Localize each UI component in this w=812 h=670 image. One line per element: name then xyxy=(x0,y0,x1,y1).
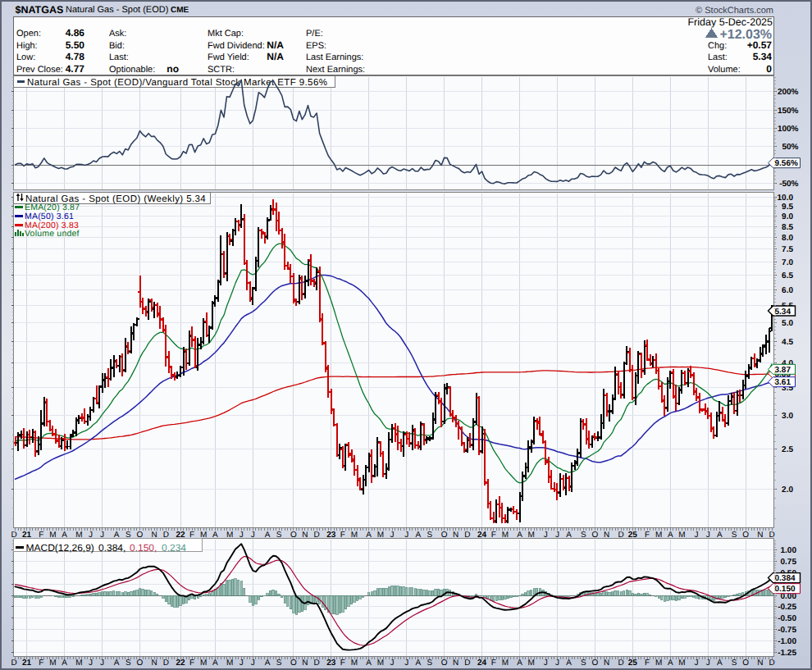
svg-text:J: J xyxy=(555,659,559,668)
svg-text:Bid:: Bid: xyxy=(109,41,125,51)
svg-text:22: 22 xyxy=(176,659,185,668)
svg-text:10.0: 10.0 xyxy=(778,194,794,203)
svg-text:-1.00: -1.00 xyxy=(778,637,796,646)
svg-text:J: J xyxy=(390,659,395,668)
svg-text:4.86: 4.86 xyxy=(66,27,85,39)
svg-text:D: D xyxy=(11,659,16,668)
svg-text:6.5: 6.5 xyxy=(782,271,793,280)
svg-text:J: J xyxy=(555,531,559,540)
svg-text:F: F xyxy=(340,659,345,668)
svg-text:MACD(12,26,9): MACD(12,26,9) xyxy=(26,542,94,554)
svg-text:Fwd Yield:: Fwd Yield: xyxy=(208,52,249,62)
svg-text:A: A xyxy=(265,659,271,668)
svg-text:O: O xyxy=(592,659,599,668)
svg-text:O: O xyxy=(441,659,448,668)
svg-text:-0.75: -0.75 xyxy=(778,626,796,635)
svg-text:N: N xyxy=(302,531,308,540)
svg-text:Next Earnings:: Next Earnings: xyxy=(306,65,365,75)
svg-text:M: M xyxy=(49,531,56,540)
svg-text:© StockCharts.com: © StockCharts.com xyxy=(696,6,773,16)
svg-text:-0.25: -0.25 xyxy=(778,603,796,612)
svg-text:0.150: 0.150 xyxy=(775,585,796,594)
svg-text:A: A xyxy=(366,659,372,668)
svg-text:CME: CME xyxy=(171,6,189,15)
svg-text:23: 23 xyxy=(326,659,336,668)
svg-text:3.0: 3.0 xyxy=(782,412,793,421)
svg-text:6.0: 6.0 xyxy=(782,286,793,295)
svg-text:N/A: N/A xyxy=(267,51,284,62)
svg-text:D: D xyxy=(769,659,774,668)
svg-text:J: J xyxy=(544,659,548,668)
svg-text:3.87: 3.87 xyxy=(775,366,791,375)
svg-text:O: O xyxy=(137,659,144,668)
svg-text:O: O xyxy=(290,659,297,668)
svg-text:High:: High: xyxy=(16,41,38,51)
svg-text:O: O xyxy=(742,659,749,668)
svg-text:22: 22 xyxy=(176,531,185,540)
svg-text:-0.50: -0.50 xyxy=(778,614,796,623)
svg-text:F: F xyxy=(491,659,496,668)
svg-text:23: 23 xyxy=(326,531,336,540)
svg-text:Natural Gas - Spot (EOD): Natural Gas - Spot (EOD) xyxy=(66,5,168,15)
svg-text:J: J xyxy=(100,659,104,668)
svg-text:J: J xyxy=(706,659,710,668)
svg-text:4.78: 4.78 xyxy=(66,51,85,62)
svg-text:M: M xyxy=(655,659,662,668)
svg-text:J: J xyxy=(251,659,255,668)
svg-text:A: A xyxy=(668,659,673,668)
svg-text:D: D xyxy=(163,531,169,540)
svg-text:M: M xyxy=(527,659,534,668)
svg-text:Ask:: Ask: xyxy=(109,29,126,39)
svg-text:0: 0 xyxy=(766,63,772,75)
svg-text:2.0: 2.0 xyxy=(782,485,793,495)
svg-text:F: F xyxy=(189,659,194,668)
svg-text:J: J xyxy=(239,659,244,668)
svg-text:2.5: 2.5 xyxy=(782,445,793,454)
svg-text:J: J xyxy=(100,531,104,540)
svg-text:Last:: Last: xyxy=(708,52,728,62)
svg-text:M: M xyxy=(502,531,509,540)
svg-text:100%: 100% xyxy=(778,125,799,134)
svg-text:A: A xyxy=(415,531,421,540)
svg-text:M: M xyxy=(351,659,358,668)
svg-text:8.0: 8.0 xyxy=(782,234,793,243)
svg-text:J: J xyxy=(695,659,699,668)
svg-text:21: 21 xyxy=(22,531,32,540)
svg-text:D: D xyxy=(618,659,624,668)
svg-text:-50%: -50% xyxy=(779,180,798,189)
svg-text:3.61: 3.61 xyxy=(775,378,791,387)
svg-text:A: A xyxy=(62,531,67,540)
svg-text:N: N xyxy=(604,531,609,540)
svg-text:D: D xyxy=(313,531,319,540)
svg-text:D: D xyxy=(618,531,624,540)
svg-text:0.384: 0.384 xyxy=(775,574,796,583)
svg-text:D: D xyxy=(313,659,319,668)
svg-text:F: F xyxy=(645,531,650,540)
svg-text:M: M xyxy=(75,531,82,540)
svg-text:S: S xyxy=(427,531,433,540)
svg-text:4.5: 4.5 xyxy=(782,338,793,347)
svg-text:O: O xyxy=(441,531,448,540)
svg-text:50%: 50% xyxy=(782,143,798,152)
svg-text:J: J xyxy=(239,531,244,540)
svg-text:M: M xyxy=(200,531,207,540)
svg-text:S: S xyxy=(125,659,131,668)
svg-text:A: A xyxy=(517,531,522,540)
svg-text:F: F xyxy=(189,531,194,540)
svg-text:25: 25 xyxy=(628,659,638,668)
svg-text:N: N xyxy=(453,531,458,540)
svg-text:0.150,: 0.150, xyxy=(130,542,157,554)
svg-text:M: M xyxy=(226,659,233,668)
svg-text:M: M xyxy=(678,659,685,668)
svg-text:O: O xyxy=(290,531,297,540)
svg-text:N: N xyxy=(453,659,458,668)
svg-text:N: N xyxy=(604,659,609,668)
svg-text:M: M xyxy=(377,531,384,540)
svg-text:Natural Gas - Spot (EOD)/Vangu: Natural Gas - Spot (EOD)/Vanguard Total … xyxy=(27,78,327,88)
svg-text:M: M xyxy=(49,659,56,668)
svg-text:24: 24 xyxy=(477,531,487,540)
svg-text:J: J xyxy=(390,531,395,540)
svg-text:Mkt Cap:: Mkt Cap: xyxy=(208,29,244,39)
svg-text:no: no xyxy=(167,63,179,75)
svg-text:J: J xyxy=(89,531,93,540)
